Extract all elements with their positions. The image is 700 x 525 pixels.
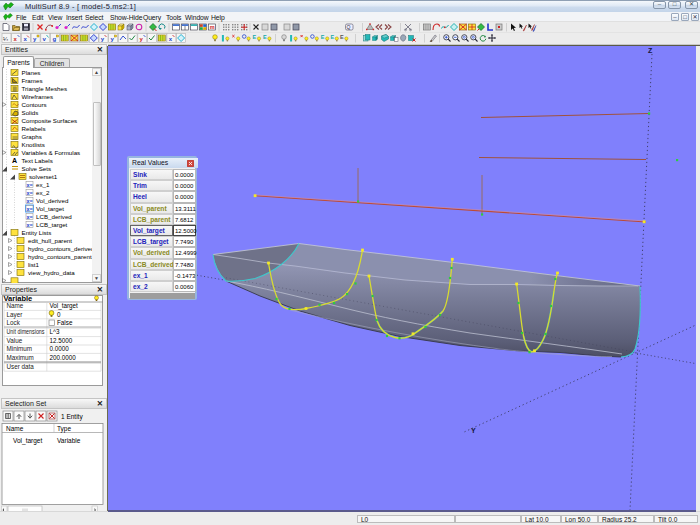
- svg-text:Layer: Layer: [7, 311, 23, 319]
- svg-text:Frames: Frames: [22, 77, 43, 84]
- svg-text:Variables & Formulas: Variables & Formulas: [22, 149, 81, 156]
- svg-text:User data: User data: [7, 363, 35, 370]
- svg-text:0.0000: 0.0000: [50, 345, 70, 352]
- svg-text:view_hydro_data: view_hydro_data: [28, 269, 75, 276]
- svg-text:200.0000: 200.0000: [50, 354, 77, 361]
- svg-text:Type: Type: [57, 425, 71, 433]
- svg-text:Relabels: Relabels: [22, 125, 46, 132]
- svg-text:solverset1: solverset1: [29, 173, 58, 180]
- svg-text:Vol_target: Vol_target: [50, 302, 79, 310]
- svg-text:Minimum: Minimum: [7, 345, 33, 352]
- svg-text:Lock: Lock: [7, 319, 21, 326]
- svg-text:Unit dimensions: Unit dimensions: [7, 328, 45, 335]
- svg-text:Composite Surfaces: Composite Surfaces: [22, 117, 78, 124]
- svg-text:False: False: [57, 319, 73, 326]
- svg-text:LCB_derived: LCB_derived: [36, 213, 72, 220]
- svg-text:Vol_derived: Vol_derived: [36, 197, 69, 204]
- svg-text:hydro_contours_derived: hydro_contours_derived: [28, 245, 95, 252]
- svg-text:Maximum: Maximum: [7, 354, 34, 361]
- svg-text:Name: Name: [6, 425, 24, 432]
- svg-text:Name: Name: [7, 302, 24, 309]
- svg-text:E: E: [263, 34, 267, 40]
- svg-text:E: E: [340, 34, 344, 40]
- svg-text:Contours: Contours: [22, 101, 47, 108]
- svg-text:Graphs: Graphs: [22, 133, 42, 140]
- svg-text:E: E: [321, 34, 325, 40]
- svg-text:Variable: Variable: [57, 437, 81, 444]
- svg-text:list1: list1: [28, 261, 40, 268]
- svg-text:Knotlists: Knotlists: [22, 141, 45, 148]
- svg-text:Solids: Solids: [22, 109, 39, 116]
- svg-text:Z: Z: [648, 47, 653, 54]
- svg-text:0: 0: [57, 311, 61, 318]
- svg-text:g: g: [53, 36, 57, 42]
- svg-text:Triangle Meshes: Triangle Meshes: [22, 85, 68, 92]
- svg-text:ex_1: ex_1: [36, 181, 50, 188]
- svg-text:Vol_target: Vol_target: [36, 205, 64, 212]
- svg-text:Text Labels: Text Labels: [22, 157, 53, 164]
- svg-text:12.5000: 12.5000: [50, 337, 73, 344]
- svg-text:Solve Sets: Solve Sets: [22, 165, 52, 172]
- svg-text:hydro_contours_parent: hydro_contours_parent: [28, 253, 92, 260]
- svg-text:A: A: [12, 157, 17, 164]
- svg-text:Y: Y: [471, 427, 476, 434]
- svg-text:ex_2: ex_2: [36, 189, 50, 196]
- svg-text:Value: Value: [7, 337, 23, 344]
- svg-text:L^3: L^3: [50, 328, 60, 335]
- svg-text:E: E: [253, 34, 257, 40]
- svg-text:Vol_target: Vol_target: [13, 437, 42, 445]
- svg-text:Wireframes: Wireframes: [22, 93, 54, 100]
- svg-text:Planes: Planes: [22, 69, 41, 76]
- svg-text:LCB_target: LCB_target: [36, 221, 68, 228]
- svg-text:E: E: [330, 34, 334, 40]
- svg-text:edit_hull_parent: edit_hull_parent: [28, 237, 72, 244]
- svg-text:1 Entity: 1 Entity: [61, 413, 83, 421]
- svg-text:Entity Lists: Entity Lists: [22, 229, 52, 236]
